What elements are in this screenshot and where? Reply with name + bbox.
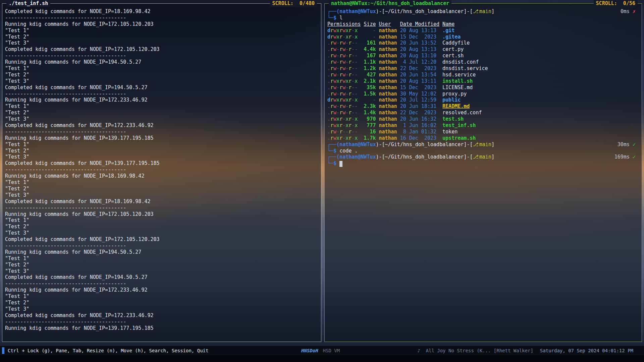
file-name: test.sh bbox=[442, 116, 639, 122]
file-name: README.md bbox=[442, 103, 639, 110]
command-line: └─$ code . bbox=[327, 148, 639, 154]
terminal-cursor bbox=[339, 161, 342, 167]
file-date: 20 Jun 13:54 bbox=[400, 72, 439, 78]
spacer bbox=[494, 8, 621, 15]
terminal-line: Running kdig commands for NODE_IP=172.10… bbox=[5, 211, 318, 218]
column-header: Permissions bbox=[327, 21, 361, 27]
file-date: 8 Jan 01:32 bbox=[400, 129, 439, 135]
terminal-line: Completed kdig commands for NODE_IP=172.… bbox=[5, 46, 318, 53]
command-text: l bbox=[339, 15, 342, 21]
file-row: .rwxrwxr-x2.1knathan20 Aug 13:11install.… bbox=[327, 78, 639, 84]
file-date: 15 Dec 2023 bbox=[400, 34, 439, 40]
pane-left-scroll-indicator: SCROLL: 0/480 bbox=[270, 0, 317, 7]
prompt-text: ┌──(nathan@NWTux)-[~/Git/hns_doh_loadbal… bbox=[327, 154, 494, 160]
terminal-line: "Test 3" bbox=[5, 40, 318, 46]
file-size: 970 bbox=[364, 116, 376, 122]
file-size: 2.1k bbox=[364, 78, 376, 84]
terminal-line: ---------------------------------------- bbox=[5, 15, 318, 21]
file-name: install.sh bbox=[442, 78, 639, 84]
file-name: test_inf.sh bbox=[442, 122, 639, 129]
prompt-separator: ] bbox=[491, 154, 494, 160]
tab-hnsdoh[interactable]: HNSDoH bbox=[301, 348, 318, 353]
file-permissions: .rw-rw-r-- bbox=[327, 53, 361, 59]
file-date: 20 Jun 13:52 bbox=[400, 40, 439, 46]
file-name: upstream.sh bbox=[442, 135, 639, 141]
terminal-line: Running kdig commands for NODE_IP=172.23… bbox=[5, 287, 318, 293]
terminal-line: "Test 2" bbox=[5, 72, 318, 78]
file-row: .rw-rw-r--4.4knathan20 Aug 13:13cert.py bbox=[327, 46, 639, 53]
file-size: 4.4k bbox=[364, 46, 376, 53]
file-name: cert.sh bbox=[442, 53, 639, 59]
file-name: dnsdist.conf bbox=[442, 59, 639, 65]
file-owner: nathan bbox=[379, 110, 397, 116]
file-size: 1.7k bbox=[364, 135, 376, 141]
terminal-line: "Test 2" bbox=[5, 262, 318, 268]
file-owner: nathan bbox=[379, 135, 397, 141]
terminal-line: "Test 1" bbox=[5, 293, 318, 300]
file-size: 427 bbox=[364, 72, 376, 78]
file-name: cert.py bbox=[442, 46, 639, 53]
prompt-separator: ] bbox=[491, 141, 494, 147]
desktop-background: ./test_inf.sh SCROLL: 0/480 Completed kd… bbox=[0, 0, 644, 362]
terminal-line: ---------------------------------------- bbox=[5, 319, 318, 325]
prompt-path: ~/Git/hns_doh_loadbalancer bbox=[385, 8, 464, 14]
prompt-path: ~/Git/hns_doh_loadbalancer bbox=[385, 141, 464, 147]
tab-hsd-vm[interactable]: HSD VM bbox=[323, 348, 340, 353]
file-row: .rwxr-xr-x777nathan 1 Jun 16:02test_inf.… bbox=[327, 122, 639, 129]
prompt-symbol: └─$ bbox=[327, 15, 339, 21]
pane-left[interactable]: ./test_inf.sh SCROLL: 0/480 Completed kd… bbox=[2, 3, 321, 342]
terminal-line: Running kdig commands for NODE_IP=172.10… bbox=[5, 21, 318, 27]
terminal-line: "Test 2" bbox=[5, 110, 318, 116]
file-permissions: drwxrwxr-x bbox=[327, 27, 361, 34]
prompt-separator: )-[ bbox=[376, 141, 385, 147]
prompt-user: ┌──(nathan@NWTux bbox=[327, 8, 376, 14]
file-permissions: .rw-rw-r-- bbox=[327, 103, 361, 110]
file-owner: nathan bbox=[379, 65, 397, 72]
terminal-line: "Test 1" bbox=[5, 103, 318, 110]
file-date: 20 Aug 13:13 bbox=[400, 27, 439, 34]
file-listing: PermissionsSizeUserDate ModifiedNamedrwx… bbox=[327, 21, 639, 141]
terminal-line: Running kdig commands for NODE_IP=194.50… bbox=[5, 249, 318, 255]
terminal-line: "Test 3" bbox=[5, 230, 318, 236]
terminal-line: "Test 3" bbox=[5, 78, 318, 84]
prompt-separator: )-[ bbox=[376, 8, 385, 14]
terminal-line: "Test 3" bbox=[5, 192, 318, 198]
success-icon: ✓ bbox=[633, 154, 636, 160]
file-row: .rw-rw-r--1.1knathan 4 Jul 12:20dnsdist.… bbox=[327, 59, 639, 65]
file-permissions: .rw-rw-r-- bbox=[327, 72, 361, 78]
terminal-line: Completed kdig commands for NODE_IP=172.… bbox=[5, 236, 318, 243]
prompt-separator: )-[ bbox=[376, 154, 385, 160]
column-header: Name bbox=[442, 21, 639, 27]
terminal-line: ---------------------------------------- bbox=[5, 205, 318, 211]
terminal-line: "Test 3" bbox=[5, 268, 318, 275]
file-size: 16 bbox=[364, 129, 376, 135]
file-row: drwxrwxr-x-nathan20 Jul 12:59public bbox=[327, 97, 639, 103]
now-playing-text: All Joy No Stress (K... [Rhett Walker] bbox=[426, 348, 533, 353]
terminal-line: Completed kdig commands for NODE_IP=194.… bbox=[5, 274, 318, 281]
mode-indicator bbox=[2, 347, 4, 354]
file-row: .rw-rw-r--1.4knathan22 Dec 2023resolved.… bbox=[327, 110, 639, 116]
file-date: 20 Jul 12:59 bbox=[400, 97, 439, 103]
terminal-line: Completed kdig commands for NODE_IP=139.… bbox=[5, 160, 318, 167]
file-owner: nathan bbox=[379, 40, 397, 46]
pane-right[interactable]: nathan@NWTux:~/Git/hns_doh_loadbalancer … bbox=[324, 3, 642, 342]
file-owner: nathan bbox=[379, 34, 397, 40]
file-size: 1.5k bbox=[364, 91, 376, 97]
file-name: .git bbox=[442, 27, 639, 34]
file-date: 16 Dec 2023 bbox=[400, 135, 439, 141]
terminal-line: Running kdig commands for NODE_IP=172.23… bbox=[5, 97, 318, 103]
prompt-separator: ]-[ bbox=[464, 154, 473, 160]
command-duration: 169ms bbox=[614, 154, 630, 160]
file-name: .gitea bbox=[442, 34, 639, 40]
terminal-line: Running kdig commands for NODE_IP=194.50… bbox=[5, 59, 318, 65]
command-text: code . bbox=[339, 148, 358, 154]
terminal-line: "Test 1" bbox=[5, 217, 318, 224]
left-terminal-output: Completed kdig commands for NODE_IP=18.1… bbox=[2, 4, 321, 341]
file-row: .rw-rw-r--161nathan20 Jun 13:52Caddyfile bbox=[327, 40, 639, 46]
terminal-line: ---------------------------------------- bbox=[5, 129, 318, 135]
terminal-line: Running kdig commands for NODE_IP=139.17… bbox=[5, 325, 318, 331]
file-row: .rw-rw-r--427nathan20 Jun 13:54hsd.servi… bbox=[327, 72, 639, 78]
file-permissions: .rw-rw-r-- bbox=[327, 84, 361, 91]
terminal-line: Completed kdig commands for NODE_IP=194.… bbox=[5, 84, 318, 91]
file-date: 20 Jun 18:31 bbox=[400, 103, 439, 110]
